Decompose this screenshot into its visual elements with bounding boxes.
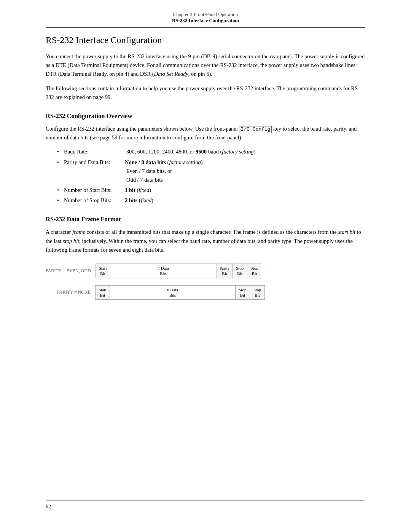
bullet-baud-rate: Baud Rate: 300, 600, 1200, 2400, 4800, o…	[57, 147, 365, 156]
frame-cell-stop1b: Stop Bit	[247, 264, 262, 278]
stop-bit-italic: stop bit	[63, 238, 79, 244]
baud-bold: 9600	[196, 149, 207, 155]
intro-dsr-italic: Data Set Ready	[154, 71, 188, 77]
intro-paragraph-2: The following sections contain informati…	[46, 84, 365, 102]
page-footer: 62	[0, 500, 411, 513]
page: Chapter 3 Front-Panel Operation RS-232 I…	[0, 0, 411, 532]
header-chapter: Chapter 3 Front-Panel Operation	[173, 11, 238, 18]
section1-para-start: Configure the RS-232 interface using the…	[46, 126, 239, 132]
frame-cells-none: Start Bit 8 Data Bits Stop Bit Stop Bit	[95, 285, 265, 300]
frame-cell-7data: 7 Data Bits	[110, 264, 217, 278]
frame-cell-stop2a: Stop Bit	[236, 286, 250, 300]
start-bits-bold: 1 bit	[125, 187, 135, 193]
baud-italic: factory setting	[222, 149, 253, 155]
section1-paragraph: Configure the RS-232 interface using the…	[46, 125, 365, 142]
start-bits-italic: fixed	[139, 187, 149, 193]
frame-cell-stop1a: Stop Bit	[233, 264, 247, 278]
start-bits-label: Number of Start Bits:	[64, 186, 125, 195]
page-number: 62	[0, 501, 411, 513]
frame-cells-even-odd: Start Bit 7 Data Bits Parity Bit Stop Bi…	[96, 264, 262, 278]
header-section: RS-232 Interface Configuration	[172, 18, 239, 24]
frame-label-none: PARITY = NONE	[46, 285, 95, 300]
frame-row-none: PARITY = NONE Start Bit 8 Data Bits Stop…	[46, 285, 365, 300]
io-config-key: I/O Config	[239, 126, 272, 133]
baud-rate-values: 300, 600, 1200, 2400, 4800, or 9600 baud…	[126, 149, 256, 155]
frame-label-even-odd: PARITY = EVEN, ODD	[46, 264, 96, 278]
stop-bits-bold: 2 bits	[125, 197, 137, 203]
frame-italic: frame	[72, 229, 85, 235]
bullet-start-bits: Number of Start Bits: 1 bit (fixed)	[57, 186, 365, 195]
config-bullet-list: Baud Rate: 300, 600, 1200, 2400, 4800, o…	[46, 147, 365, 205]
frame-cell-parity: Parity Bit	[217, 264, 233, 278]
frame-cell-start-2: Start Bit	[96, 286, 110, 300]
parity-sub-items: Even / 7 data bits, or Odd / 7 data bits	[64, 167, 365, 184]
frame-cell-stop2b: Stop Bit	[250, 286, 264, 300]
frame-row-even-odd: PARITY = EVEN, ODD Start Bit 7 Data Bits…	[46, 264, 365, 278]
page-header: Chapter 3 Front-Panel Operation RS-232 I…	[0, 0, 411, 24]
main-content: RS-232 Interface Configuration You conne…	[0, 28, 411, 334]
stop-bits-italic: fixed	[141, 197, 151, 203]
start-bit-italic: start bit	[338, 229, 355, 235]
intro-para1-end: , on pin 6).	[188, 71, 212, 77]
stop-bits-label: Number of Stop Bits:	[64, 196, 125, 205]
intro-paragraph-1: You connect the power supply to the RS-2…	[46, 52, 365, 79]
parity-label: Parity and Data Bits:	[64, 158, 125, 167]
bullet-stop-bits: Number of Stop Bits: 2 bits (fixed)	[57, 196, 365, 205]
parity-bold: None / 8 data bits	[125, 159, 166, 165]
parity-italic: factory setting	[169, 159, 201, 165]
subsection1-title: RS-232 Configuration Overview	[46, 112, 365, 120]
subsection2-title: RS-232 Data Frame Format	[46, 216, 365, 223]
baud-rate-label: Baud Rate:	[64, 147, 125, 156]
frame-ellipsis-1: ..	[262, 264, 267, 278]
frame-cell-8data: 8 Data Bits	[110, 286, 236, 300]
section2-paragraph: A character frame consists of all the tr…	[46, 228, 365, 254]
frame-diagram: PARITY = EVEN, ODD Start Bit 7 Data Bits…	[46, 264, 365, 300]
frame-cell-start-1: Start Bit	[96, 264, 110, 278]
main-title: RS-232 Interface Configuration	[46, 35, 365, 45]
bullet-parity-data: Parity and Data Bits: None / 8 data bits…	[57, 158, 365, 185]
